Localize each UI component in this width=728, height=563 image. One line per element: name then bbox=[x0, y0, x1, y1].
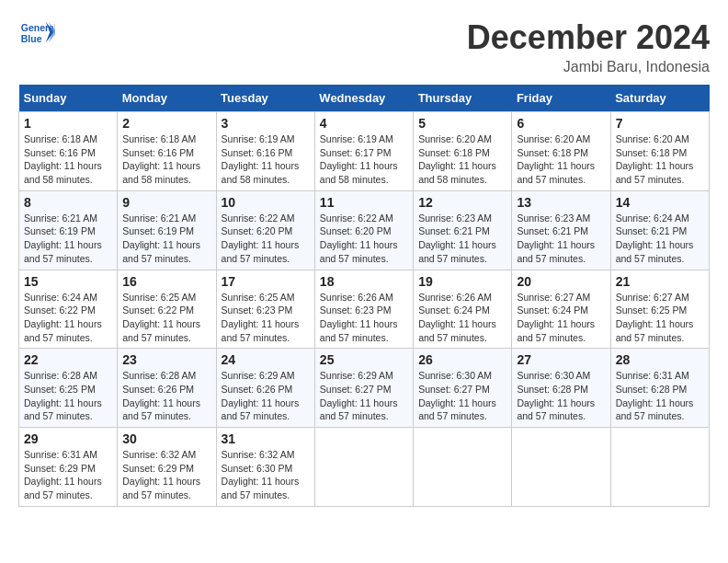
calendar-cell: 13 Sunrise: 6:23 AM Sunset: 6:21 PM Dayl… bbox=[512, 190, 610, 270]
sunset-label: Sunset: 6:21 PM bbox=[418, 225, 490, 236]
svg-text:Blue: Blue bbox=[21, 33, 42, 44]
daylight-label: Daylight: 11 hours and 57 minutes. bbox=[122, 397, 200, 422]
calendar-cell: 25 Sunrise: 6:29 AM Sunset: 6:27 PM Dayl… bbox=[314, 349, 413, 428]
day-info: Sunrise: 6:32 AM Sunset: 6:29 PM Dayligh… bbox=[122, 448, 210, 502]
sunset-label: Sunset: 6:26 PM bbox=[222, 384, 293, 395]
daylight-label: Daylight: 11 hours and 57 minutes. bbox=[616, 239, 694, 264]
calendar-cell: 8 Sunrise: 6:21 AM Sunset: 6:19 PM Dayli… bbox=[19, 190, 118, 270]
day-info: Sunrise: 6:26 AM Sunset: 6:24 PM Dayligh… bbox=[418, 291, 506, 345]
column-header-tuesday: Tuesday bbox=[216, 85, 314, 112]
daylight-label: Daylight: 11 hours and 58 minutes. bbox=[320, 160, 398, 185]
location-subtitle: Jambi Baru, Indonesia bbox=[467, 59, 710, 75]
sunset-label: Sunset: 6:17 PM bbox=[320, 147, 392, 158]
day-number: 25 bbox=[320, 352, 408, 367]
day-info: Sunrise: 6:30 AM Sunset: 6:28 PM Dayligh… bbox=[517, 369, 605, 423]
day-number: 10 bbox=[222, 195, 310, 210]
sunrise-label: Sunrise: 6:24 AM bbox=[24, 292, 97, 303]
day-info: Sunrise: 6:20 AM Sunset: 6:18 PM Dayligh… bbox=[616, 132, 704, 187]
sunset-label: Sunset: 6:26 PM bbox=[122, 384, 194, 395]
calendar-cell: 31 Sunrise: 6:32 AM Sunset: 6:30 PM Dayl… bbox=[216, 428, 314, 507]
daylight-label: Daylight: 11 hours and 57 minutes. bbox=[418, 239, 496, 264]
sunset-label: Sunset: 6:30 PM bbox=[222, 463, 293, 474]
calendar-cell: 7 Sunrise: 6:20 AM Sunset: 6:18 PM Dayli… bbox=[610, 112, 709, 191]
daylight-label: Daylight: 11 hours and 57 minutes. bbox=[24, 476, 102, 500]
daylight-label: Daylight: 11 hours and 57 minutes. bbox=[122, 239, 200, 264]
daylight-label: Daylight: 11 hours and 58 minutes. bbox=[24, 160, 102, 185]
day-number: 22 bbox=[24, 352, 112, 367]
calendar-table: SundayMondayTuesdayWednesdayThursdayFrid… bbox=[18, 85, 710, 507]
sunrise-label: Sunrise: 6:28 AM bbox=[122, 370, 196, 381]
calendar-cell: 16 Sunrise: 6:25 AM Sunset: 6:22 PM Dayl… bbox=[118, 270, 216, 349]
calendar-week-row: 8 Sunrise: 6:21 AM Sunset: 6:19 PM Dayli… bbox=[19, 190, 710, 270]
sunset-label: Sunset: 6:27 PM bbox=[418, 384, 490, 395]
sunset-label: Sunset: 6:25 PM bbox=[616, 304, 688, 316]
page-header: General Blue December 2024 Jambi Baru, I… bbox=[18, 18, 710, 75]
day-info: Sunrise: 6:29 AM Sunset: 6:27 PM Dayligh… bbox=[320, 369, 408, 423]
day-info: Sunrise: 6:27 AM Sunset: 6:24 PM Dayligh… bbox=[517, 291, 605, 345]
sunrise-label: Sunrise: 6:27 AM bbox=[517, 292, 590, 303]
column-header-thursday: Thursday bbox=[414, 85, 512, 112]
logo: General Blue bbox=[18, 18, 55, 46]
sunrise-label: Sunrise: 6:27 AM bbox=[616, 292, 689, 303]
daylight-label: Daylight: 11 hours and 57 minutes. bbox=[24, 318, 102, 343]
daylight-label: Daylight: 11 hours and 57 minutes. bbox=[517, 318, 595, 343]
day-info: Sunrise: 6:22 AM Sunset: 6:20 PM Dayligh… bbox=[222, 212, 310, 266]
calendar-week-row: 15 Sunrise: 6:24 AM Sunset: 6:22 PM Dayl… bbox=[19, 270, 710, 349]
day-number: 27 bbox=[517, 352, 605, 367]
day-info: Sunrise: 6:24 AM Sunset: 6:22 PM Dayligh… bbox=[24, 291, 112, 345]
column-header-friday: Friday bbox=[512, 85, 610, 112]
daylight-label: Daylight: 11 hours and 57 minutes. bbox=[122, 476, 200, 500]
sunset-label: Sunset: 6:19 PM bbox=[24, 225, 96, 236]
day-info: Sunrise: 6:22 AM Sunset: 6:20 PM Dayligh… bbox=[320, 212, 408, 266]
day-info: Sunrise: 6:30 AM Sunset: 6:27 PM Dayligh… bbox=[418, 369, 506, 423]
column-header-monday: Monday bbox=[118, 85, 216, 112]
sunset-label: Sunset: 6:28 PM bbox=[616, 384, 688, 395]
day-info: Sunrise: 6:18 AM Sunset: 6:16 PM Dayligh… bbox=[122, 132, 210, 187]
day-info: Sunrise: 6:31 AM Sunset: 6:29 PM Dayligh… bbox=[24, 448, 112, 502]
column-header-wednesday: Wednesday bbox=[314, 85, 413, 112]
calendar-cell: 17 Sunrise: 6:25 AM Sunset: 6:23 PM Dayl… bbox=[216, 270, 314, 349]
day-number: 18 bbox=[320, 274, 408, 289]
day-info: Sunrise: 6:21 AM Sunset: 6:19 PM Dayligh… bbox=[122, 212, 210, 266]
sunset-label: Sunset: 6:19 PM bbox=[122, 225, 194, 236]
calendar-week-row: 22 Sunrise: 6:28 AM Sunset: 6:25 PM Dayl… bbox=[19, 349, 710, 428]
calendar-cell: 2 Sunrise: 6:18 AM Sunset: 6:16 PM Dayli… bbox=[118, 112, 216, 191]
sunrise-label: Sunrise: 6:18 AM bbox=[122, 133, 196, 144]
sunrise-label: Sunrise: 6:30 AM bbox=[517, 370, 590, 381]
daylight-label: Daylight: 11 hours and 57 minutes. bbox=[616, 318, 694, 343]
day-number: 28 bbox=[616, 352, 704, 367]
day-info: Sunrise: 6:26 AM Sunset: 6:23 PM Dayligh… bbox=[320, 291, 408, 345]
calendar-cell: 23 Sunrise: 6:28 AM Sunset: 6:26 PM Dayl… bbox=[118, 349, 216, 428]
sunrise-label: Sunrise: 6:29 AM bbox=[320, 370, 393, 381]
day-info: Sunrise: 6:28 AM Sunset: 6:26 PM Dayligh… bbox=[122, 369, 210, 423]
calendar-cell bbox=[314, 428, 413, 507]
sunrise-label: Sunrise: 6:32 AM bbox=[122, 449, 196, 460]
month-title: December 2024 bbox=[467, 18, 710, 57]
column-header-sunday: Sunday bbox=[19, 85, 118, 112]
calendar-cell: 28 Sunrise: 6:31 AM Sunset: 6:28 PM Dayl… bbox=[610, 349, 709, 428]
calendar-cell: 24 Sunrise: 6:29 AM Sunset: 6:26 PM Dayl… bbox=[216, 349, 314, 428]
day-info: Sunrise: 6:23 AM Sunset: 6:21 PM Dayligh… bbox=[418, 212, 506, 266]
calendar-cell: 5 Sunrise: 6:20 AM Sunset: 6:18 PM Dayli… bbox=[414, 112, 512, 191]
logo-icon: General Blue bbox=[18, 18, 55, 46]
sunset-label: Sunset: 6:24 PM bbox=[418, 304, 490, 316]
daylight-label: Daylight: 11 hours and 57 minutes. bbox=[122, 318, 200, 343]
sunset-label: Sunset: 6:18 PM bbox=[616, 147, 688, 158]
day-number: 3 bbox=[222, 116, 310, 131]
calendar-cell bbox=[610, 428, 709, 507]
calendar-cell: 6 Sunrise: 6:20 AM Sunset: 6:18 PM Dayli… bbox=[512, 112, 610, 191]
day-info: Sunrise: 6:19 AM Sunset: 6:17 PM Dayligh… bbox=[320, 132, 408, 187]
day-info: Sunrise: 6:25 AM Sunset: 6:23 PM Dayligh… bbox=[222, 291, 310, 345]
day-number: 31 bbox=[222, 431, 310, 446]
calendar-cell: 4 Sunrise: 6:19 AM Sunset: 6:17 PM Dayli… bbox=[314, 112, 413, 191]
sunset-label: Sunset: 6:16 PM bbox=[222, 147, 293, 158]
sunset-label: Sunset: 6:20 PM bbox=[222, 225, 293, 236]
calendar-cell bbox=[414, 428, 512, 507]
day-number: 11 bbox=[320, 195, 408, 210]
sunrise-label: Sunrise: 6:22 AM bbox=[320, 213, 393, 224]
sunset-label: Sunset: 6:16 PM bbox=[24, 147, 96, 158]
day-number: 12 bbox=[418, 195, 506, 210]
day-info: Sunrise: 6:29 AM Sunset: 6:26 PM Dayligh… bbox=[222, 369, 310, 423]
sunrise-label: Sunrise: 6:26 AM bbox=[320, 292, 393, 303]
daylight-label: Daylight: 11 hours and 57 minutes. bbox=[222, 397, 300, 422]
